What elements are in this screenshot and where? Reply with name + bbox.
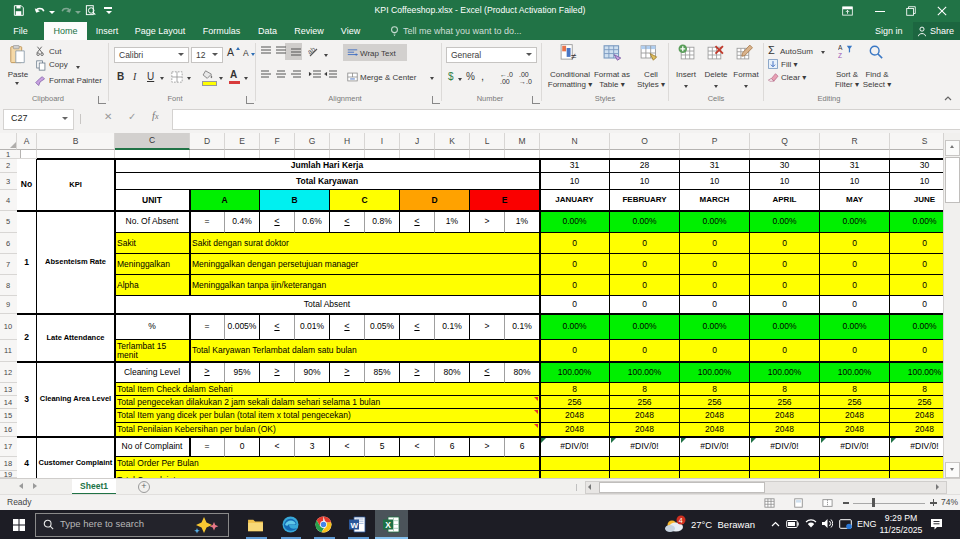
svg-text:≠: ≠ — [571, 51, 577, 62]
svg-text:W: W — [351, 521, 359, 530]
svg-text:X: X — [385, 520, 391, 530]
svg-text:Z: Z — [838, 52, 842, 59]
svg-text:A: A — [838, 44, 843, 51]
svg-text:4: 4 — [679, 517, 683, 524]
